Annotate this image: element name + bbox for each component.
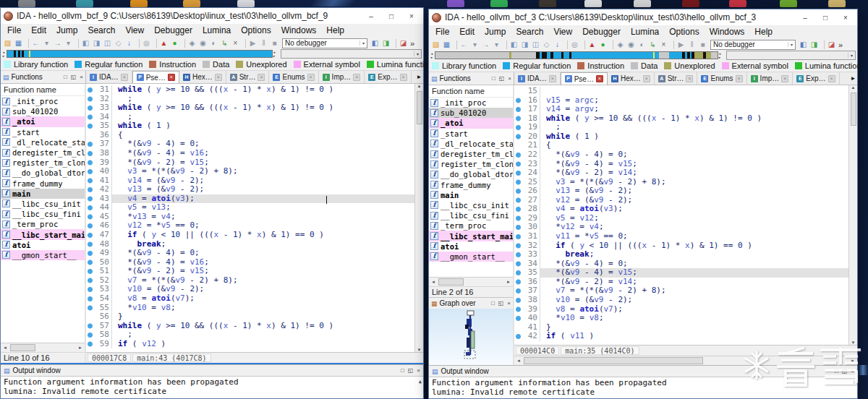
scroll-thumb[interactable] [438, 278, 464, 286]
tab-hex-view[interactable]: H Hex… × [608, 72, 655, 85]
panel-maximize-icon[interactable]: □ [401, 367, 404, 374]
nav-forward-caret-icon[interactable]: ▾ [491, 39, 502, 50]
tab-exports[interactable]: E Exp… × [793, 72, 839, 85]
output-log[interactable]: ▲ Function argument information has been… [1, 377, 423, 398]
menu-item[interactable]: Jump [51, 25, 82, 35]
output-log[interactable]: ▲ Function argument information has been… [429, 377, 857, 398]
tab-exports[interactable]: E Exp… × [365, 71, 411, 83]
code-line[interactable]: 15 [514, 87, 857, 96]
search-icon[interactable]: ◎ [569, 39, 580, 50]
code-line[interactable]: 59 if ( v12 ) [86, 340, 423, 349]
remote-debug-icon[interactable]: ◧ [798, 39, 809, 50]
save-icon[interactable]: ▦ [441, 39, 452, 50]
desktop-icon[interactable] [447, 0, 464, 7]
tab-close-icon[interactable]: × [781, 75, 788, 82]
menu-item[interactable]: Search [82, 25, 120, 35]
trace-window-icon[interactable]: ◐ [637, 39, 647, 50]
open-file-icon[interactable]: ▨ [2, 38, 13, 48]
code-line[interactable]: 38 *(&v9 - 4) = v16; [86, 149, 423, 158]
tab-close-icon[interactable]: × [307, 74, 315, 81]
tab-pseudocode[interactable]: P Pse… × [132, 71, 179, 83]
function-row[interactable]: f register_tm_clones [429, 159, 513, 169]
toolbar-overflow-chevron[interactable]: » [410, 39, 414, 48]
tab-close-icon[interactable]: × [828, 75, 835, 82]
code-line[interactable]: 35 while ( 1 ) [86, 121, 423, 131]
nav-forward-caret-icon[interactable]: ▾ [63, 38, 74, 48]
desktop-icon[interactable] [130, 0, 148, 7]
menu-item[interactable]: Help [321, 25, 349, 35]
code-line[interactable]: 20 while ( 1 ) [514, 132, 857, 142]
step-into-icon[interactable]: ↳ [647, 39, 658, 50]
code-line[interactable]: 38 v10 = (&v9 - 2); [514, 296, 857, 305]
tab-close-icon[interactable]: × [549, 75, 556, 82]
function-row[interactable]: f sub_401020 [429, 108, 513, 118]
snapshot-icon[interactable]: ◇ [113, 38, 124, 48]
code-line[interactable]: 42 if ( v11 ) [514, 332, 857, 341]
code-vscrollbar[interactable]: ▲ ▼ [414, 84, 423, 352]
open-subview-icon[interactable]: ◧ [80, 38, 91, 48]
search-icon[interactable]: ◎ [141, 38, 152, 48]
breakpoint-list-icon[interactable]: ◈ [615, 39, 626, 50]
windows-list-icon[interactable]: ◪ [398, 38, 409, 48]
function-row[interactable]: f __libc_start_main [429, 231, 513, 241]
panel-float-icon[interactable]: ◱ [408, 367, 414, 374]
code-hscrollbar[interactable]: ◄ ► [514, 356, 857, 365]
code-line[interactable]: 33 while ( y >= 10 && (((x - 1) * x) & 1… [86, 103, 423, 113]
code-line[interactable]: 57 while ( y >= 10 && (((x - 1) * x) & 1… [86, 322, 423, 331]
maximize-button[interactable]: □ [381, 9, 401, 23]
output-window-header[interactable]: ▤ Output window □◱× [1, 365, 423, 377]
scroll-right-icon[interactable]: ► [848, 359, 857, 363]
breakpoint-list-icon[interactable]: ◈ [187, 38, 197, 48]
code-line[interactable]: 58 ; [86, 330, 423, 340]
function-row[interactable]: f _dl_relocate_static_ [429, 139, 513, 149]
scroll-up-icon[interactable]: ▲ [853, 378, 856, 387]
function-row[interactable]: f _init_proc [1, 96, 85, 106]
windows-list-icon[interactable]: ◪ [826, 39, 837, 50]
nav-back-icon[interactable]: ← [30, 38, 41, 48]
desktop-icon[interactable] [682, 0, 699, 7]
scroll-up-icon[interactable]: ▲ [851, 85, 856, 90]
open-subview-icon[interactable]: ◨ [91, 38, 102, 48]
menu-item[interactable]: Debugger [577, 27, 626, 37]
desktop-icon[interactable] [183, 0, 200, 7]
navigation-band[interactable] [7, 50, 273, 58]
function-row[interactable]: f register_tm_clones [1, 158, 85, 168]
panel-close-icon[interactable]: × [507, 300, 511, 306]
debug-stop-icon[interactable]: ■ [697, 39, 708, 50]
tab-close-icon[interactable]: × [736, 75, 743, 82]
menu-item[interactable]: Windows [276, 25, 322, 35]
function-row[interactable]: f __libc_csu_init [1, 199, 85, 209]
function-row[interactable]: f _atoi [1, 116, 85, 126]
tab-close-icon[interactable]: × [121, 74, 128, 81]
menu-item[interactable]: Jump [480, 27, 511, 37]
desktop-icon[interactable] [729, 0, 746, 7]
code-line[interactable]: 31 while ( y >= 10 && (((x - 1) * x) & 1… [86, 85, 423, 95]
toolbar-overflow-chevron[interactable]: » [838, 40, 843, 49]
panel-float-icon[interactable]: ◱ [498, 300, 504, 306]
open-subview-icon[interactable]: ◨ [519, 39, 530, 50]
cancel-debug-icon[interactable]: × [658, 39, 669, 50]
function-row[interactable]: f frame_dummy [1, 179, 85, 189]
panel-maximize-icon[interactable]: □ [492, 75, 495, 82]
open-subview-icon[interactable]: ◧ [509, 39, 519, 50]
desktop-icon[interactable] [828, 0, 846, 7]
function-row[interactable]: f _init_proc [429, 98, 513, 108]
menu-item[interactable]: Windows [705, 27, 750, 37]
title-bar[interactable]: IDA - hello_ollvm_bcf_3 C:\Users\86139\D… [429, 9, 857, 25]
open-subview-icon[interactable]: ◫ [530, 39, 541, 50]
desktop-icon[interactable] [634, 0, 651, 7]
scroll-thumb[interactable] [524, 357, 703, 364]
nav-back-icon[interactable]: ← [459, 39, 469, 50]
menu-item[interactable]: Search [511, 27, 548, 37]
scroll-right-icon[interactable]: ► [76, 346, 85, 350]
desktop-icon[interactable] [237, 0, 255, 7]
remote-debug-icon[interactable]: ◧ [370, 38, 380, 48]
code-line[interactable]: 18 while ( y >= 10 && (((x - 1) * x) & 1… [514, 114, 857, 124]
title-bar[interactable]: IDA - hello_ollvm_bcf_9 C:\Users\86139\D… [1, 8, 423, 24]
start-analysis-icon[interactable]: ● [169, 38, 180, 48]
tab-imports[interactable]: I Imp… × [747, 72, 793, 85]
menu-item[interactable]: Lumina [197, 25, 236, 35]
tab-hex-view[interactable]: H Hex… × [179, 71, 226, 83]
tab-close-icon[interactable]: × [353, 74, 360, 81]
close-button[interactable]: × [401, 9, 422, 23]
